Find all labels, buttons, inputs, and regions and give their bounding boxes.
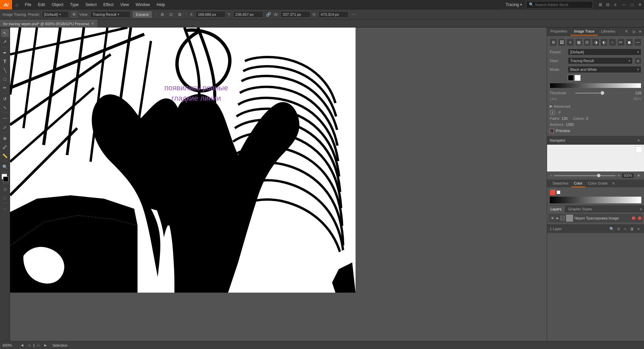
h-coord[interactable]: 473,314 px <box>318 11 348 18</box>
swatch-red[interactable] <box>550 189 556 195</box>
it-icon-sketch[interactable]: ✏ <box>618 39 625 46</box>
y-coord[interactable]: 236,657 px <box>233 11 263 18</box>
tool-scale[interactable]: ⤡ <box>1 103 9 111</box>
doc-tab-main[interactable]: for tracing чeреп.psd* @ 600% (RGB/GPU P… <box>0 20 98 27</box>
tool-shape[interactable]: □ <box>1 75 9 83</box>
it-preset-dropdown[interactable]: [Default] ▾ <box>568 49 641 55</box>
it-icon-auto[interactable]: ⊞ <box>550 39 557 46</box>
status-prev-icon[interactable]: ◀ <box>19 343 25 348</box>
cp-menu-icon[interactable]: ≡ <box>610 180 616 187</box>
tool-zoom[interactable]: 🔍 <box>1 163 9 171</box>
it-icon-silhouette[interactable]: ◼ <box>626 39 633 46</box>
layer-row[interactable]: 👁 ▶ Чeреп Трассировка Image <box>548 214 643 222</box>
tool-rotate[interactable]: ↺ <box>1 95 9 103</box>
status-next2-icon[interactable]: ▶ <box>43 343 48 348</box>
tab-libraries[interactable]: Libraries <box>598 28 619 36</box>
search-input[interactable] <box>535 3 582 7</box>
expand-button[interactable]: Expand <box>132 11 152 18</box>
x-coord[interactable]: 168,686 px <box>196 11 226 18</box>
menu-select[interactable]: Select <box>82 0 100 9</box>
it-info-icon[interactable]: ℹ <box>550 110 555 115</box>
tool-warp[interactable]: 〰 <box>1 114 9 122</box>
tool-eyedropper[interactable]: 🖉 <box>1 143 9 151</box>
it-icon-outline[interactable]: ○ <box>609 39 616 46</box>
doc-tab-close[interactable]: ✕ <box>91 22 94 26</box>
menu-extra-icon[interactable]: ≡ <box>612 0 619 9</box>
swatch-white[interactable] <box>575 75 581 81</box>
tab-image-trace[interactable]: Image Trace <box>571 28 598 36</box>
nav-zoom-slider[interactable] <box>554 175 615 176</box>
nav-zoom-minus[interactable]: − <box>550 173 552 178</box>
cp-tab-guide[interactable]: Color Guide <box>585 180 610 187</box>
tool-paintbrush[interactable]: ✏ <box>1 84 9 92</box>
it-view-icon[interactable]: ⊞ <box>635 57 641 64</box>
it-icon-16colors[interactable]: ⊟ <box>584 39 591 46</box>
win-close[interactable]: ✕ <box>636 0 644 9</box>
layers-delete-icon[interactable]: 🗑 <box>629 226 635 232</box>
menu-window[interactable]: Window <box>132 0 153 9</box>
tool-extras[interactable]: ··· <box>1 205 9 213</box>
layers-menu-icon[interactable]: ≡ <box>638 206 644 212</box>
tool-screen-mode[interactable]: ⬚ <box>1 194 9 202</box>
nav-zoom-plus[interactable]: + <box>618 173 620 178</box>
swatch-w[interactable] <box>556 190 560 194</box>
menu-view[interactable]: View <box>117 0 132 9</box>
tool-direct-select[interactable]: ↗ <box>1 38 9 46</box>
tool-measure[interactable]: 📏 <box>1 152 9 160</box>
swatch-black[interactable] <box>568 75 574 81</box>
it-advanced[interactable]: ▶ Advanced <box>550 103 641 110</box>
win-minimize[interactable]: ─ <box>620 0 628 9</box>
status-prev2-icon[interactable]: ◁ <box>26 343 32 348</box>
menu-edit[interactable]: Edit <box>35 0 48 9</box>
extract-icon[interactable]: ⊟ <box>604 0 611 9</box>
tool-pen[interactable]: ✒ <box>1 49 9 57</box>
home-icon[interactable]: ⌂ <box>12 0 21 9</box>
arrange-icon[interactable]: ⊞ <box>597 0 604 9</box>
preset-dropdown[interactable]: [Default] ▾ <box>42 11 69 18</box>
it-icon-bw[interactable]: ◐ <box>600 39 607 46</box>
it-view-dropdown[interactable]: Tracing Result ▾ <box>568 57 633 64</box>
layers-search-icon[interactable]: 🔍 <box>609 226 614 232</box>
tool-color[interactable] <box>1 174 9 182</box>
navigator-menu-icon[interactable]: ≡ <box>636 138 641 143</box>
lock-icon[interactable]: 🔗 <box>265 11 272 18</box>
it-reset-icon[interactable]: ↺ <box>556 110 562 115</box>
preview-checkbox[interactable] <box>550 129 554 133</box>
nav-zoom-arrows[interactable]: ▼ <box>636 173 641 178</box>
it-icon-photo[interactable]: 🖼 <box>558 39 565 46</box>
menu-object[interactable]: Object <box>48 0 67 9</box>
panel-close-icon[interactable]: ✕ <box>637 29 643 34</box>
it-icon-gray[interactable]: ◑ <box>592 39 599 46</box>
view-icon-btn[interactable]: ⊞ <box>71 11 77 18</box>
view-dropdown[interactable]: Tracing Result ▾ <box>90 11 130 18</box>
more-icon[interactable]: ⋯ <box>351 11 357 18</box>
tool-width[interactable]: ⤢ <box>1 123 9 131</box>
search-box-top[interactable]: 🔍 <box>526 1 593 8</box>
it-mode-dropdown[interactable]: Black and White ▾ <box>568 66 641 73</box>
it-icon-3colors[interactable]: ≡ <box>567 39 574 46</box>
gradient-bar[interactable] <box>550 197 641 203</box>
tool-type[interactable]: T <box>1 57 9 65</box>
tab-properties[interactable]: Properties <box>547 28 571 36</box>
menu-effect[interactable]: Effect <box>100 0 117 9</box>
lp-tab-graphic-styles[interactable]: Graphic Styles <box>565 206 596 212</box>
transform-icon[interactable]: ⊠ <box>176 11 183 18</box>
cp-tab-swatches[interactable]: Swatches <box>550 180 571 187</box>
navigator-preview[interactable] <box>547 145 644 171</box>
status-next-icon[interactable]: ▷ <box>36 343 42 348</box>
panel-dock-icon[interactable]: ⇱ <box>624 29 629 34</box>
grid-icon[interactable]: ⊞ <box>159 11 166 18</box>
menu-type[interactable]: Type <box>67 0 82 9</box>
it-icon-6colors[interactable]: ▦ <box>575 39 582 46</box>
cp-tab-color[interactable]: Color <box>571 180 585 187</box>
panel-extract-icon[interactable]: ⇲ <box>631 29 636 34</box>
it-icon-line[interactable]: — <box>634 39 641 46</box>
tool-draw-mode[interactable]: ◻ <box>1 185 9 193</box>
layer-visibility-icon[interactable]: 👁 <box>550 215 555 221</box>
layers-add-icon[interactable]: + <box>623 226 628 232</box>
tool-select[interactable]: ↖ <box>1 29 9 37</box>
win-maximize[interactable]: □ <box>628 0 636 9</box>
menu-help[interactable]: Help <box>153 0 168 9</box>
tool-blend[interactable]: ⊕ <box>1 134 9 142</box>
layers-locate-icon[interactable]: ⊙ <box>616 226 621 232</box>
